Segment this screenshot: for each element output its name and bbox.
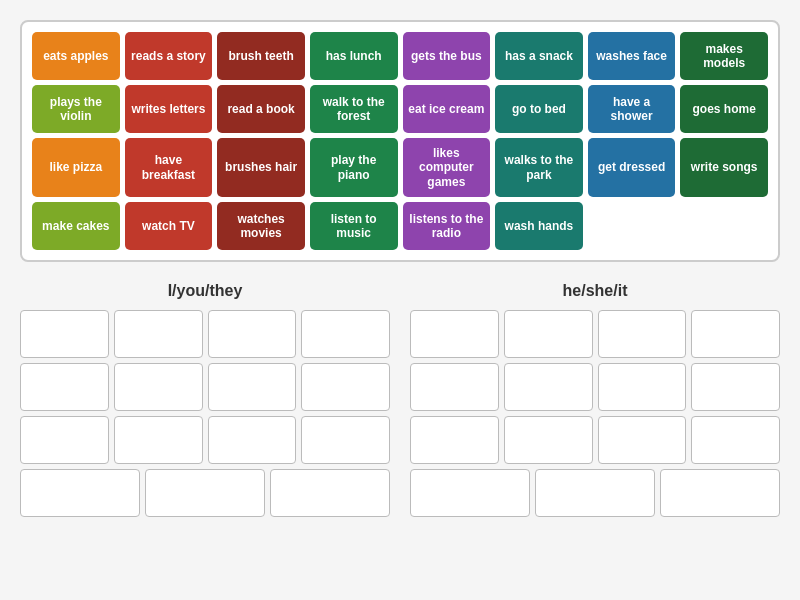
drop-cell[interactable]	[301, 363, 390, 411]
word-tile[interactable]: washes face	[588, 32, 676, 80]
left-column: I/you/they	[20, 282, 390, 517]
drop-cell[interactable]	[114, 416, 203, 464]
word-tile[interactable]: watch TV	[125, 202, 213, 250]
word-tile[interactable]: makes models	[680, 32, 768, 80]
drop-row	[410, 416, 780, 464]
drop-cell[interactable]	[410, 469, 530, 517]
word-tile[interactable]: brushes hair	[217, 138, 305, 197]
right-drop-grid	[410, 310, 780, 517]
word-bank: eats applesreads a storybrush teethhas l…	[20, 20, 780, 262]
drop-cell[interactable]	[598, 416, 687, 464]
word-tile[interactable]: walks to the park	[495, 138, 583, 197]
drop-cell[interactable]	[208, 310, 297, 358]
drop-row	[410, 469, 780, 517]
drop-cell[interactable]	[660, 469, 780, 517]
word-tile[interactable]: eat ice cream	[403, 85, 491, 133]
drop-cell[interactable]	[598, 310, 687, 358]
word-tile[interactable]: has a snack	[495, 32, 583, 80]
drop-cell[interactable]	[301, 416, 390, 464]
word-tile[interactable]: have breakfast	[125, 138, 213, 197]
drop-cell[interactable]	[691, 310, 780, 358]
drop-cell[interactable]	[410, 416, 499, 464]
word-tile[interactable]: play the piano	[310, 138, 398, 197]
word-tile[interactable]: has lunch	[310, 32, 398, 80]
word-tile[interactable]: listens to the radio	[403, 202, 491, 250]
word-tile[interactable]: wash hands	[495, 202, 583, 250]
drop-cell[interactable]	[20, 416, 109, 464]
drop-row	[20, 310, 390, 358]
word-tile[interactable]: goes home	[680, 85, 768, 133]
left-column-title: I/you/they	[20, 282, 390, 300]
word-tile[interactable]: walk to the forest	[310, 85, 398, 133]
word-tile[interactable]: read a book	[217, 85, 305, 133]
word-tile[interactable]: make cakes	[32, 202, 120, 250]
drop-cell[interactable]	[691, 363, 780, 411]
word-tile[interactable]: reads a story	[125, 32, 213, 80]
word-tile[interactable]: listen to music	[310, 202, 398, 250]
drop-cell[interactable]	[504, 416, 593, 464]
word-tile[interactable]: write songs	[680, 138, 768, 197]
word-tile[interactable]: get dressed	[588, 138, 676, 197]
drop-row	[410, 363, 780, 411]
word-tile[interactable]: eats apples	[32, 32, 120, 80]
drop-cell[interactable]	[301, 310, 390, 358]
drop-cell[interactable]	[20, 363, 109, 411]
right-column-title: he/she/it	[410, 282, 780, 300]
drop-cell[interactable]	[504, 363, 593, 411]
word-tile[interactable]: have a shower	[588, 85, 676, 133]
drop-row	[20, 469, 390, 517]
drop-row	[410, 310, 780, 358]
word-tile[interactable]: like pizza	[32, 138, 120, 197]
drop-cell[interactable]	[208, 363, 297, 411]
drop-cell[interactable]	[20, 310, 109, 358]
word-tile[interactable]: gets the bus	[403, 32, 491, 80]
drop-cell[interactable]	[691, 416, 780, 464]
drop-zone-section: I/you/they he/she/it	[20, 282, 780, 517]
word-tile[interactable]: watches movies	[217, 202, 305, 250]
left-drop-grid	[20, 310, 390, 517]
right-column: he/she/it	[410, 282, 780, 517]
drop-cell[interactable]	[20, 469, 140, 517]
word-tile[interactable]: writes letters	[125, 85, 213, 133]
drop-cell[interactable]	[145, 469, 265, 517]
word-tile[interactable]: brush teeth	[217, 32, 305, 80]
word-tile[interactable]: plays the violin	[32, 85, 120, 133]
drop-cell[interactable]	[114, 310, 203, 358]
drop-cell[interactable]	[114, 363, 203, 411]
word-tile[interactable]: likes computer games	[403, 138, 491, 197]
drop-row	[20, 363, 390, 411]
drop-cell[interactable]	[504, 310, 593, 358]
word-tile[interactable]: go to bed	[495, 85, 583, 133]
drop-cell[interactable]	[410, 363, 499, 411]
drop-cell[interactable]	[410, 310, 499, 358]
drop-row	[20, 416, 390, 464]
drop-cell[interactable]	[598, 363, 687, 411]
drop-cell[interactable]	[270, 469, 390, 517]
drop-cell[interactable]	[208, 416, 297, 464]
drop-cell[interactable]	[535, 469, 655, 517]
